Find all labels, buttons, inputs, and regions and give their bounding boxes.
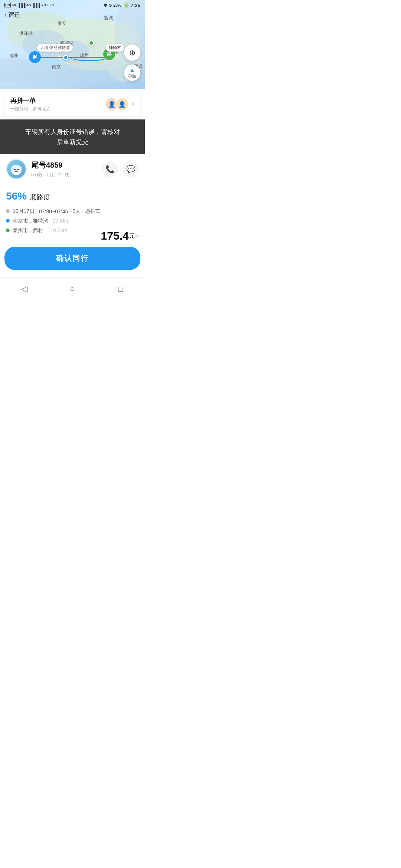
nav-arrow-icon: ▲ xyxy=(129,67,135,73)
battery-icon: 🔋 xyxy=(123,2,129,8)
avatars-stack: 👤 👤 xyxy=(105,98,129,111)
error-line-2: 后重新提交 xyxy=(9,137,136,147)
trip-count: 11 xyxy=(58,172,63,177)
error-line-1: 车辆所有人身份证号错误，请核对 xyxy=(9,127,136,137)
bluetooth-icon: ✱ xyxy=(104,3,107,8)
signal-bars: ▐▐▐ xyxy=(17,3,25,7)
svg-point-5 xyxy=(17,169,19,170)
signal-bars-2: ▐▐▐ xyxy=(32,3,40,7)
label-yancheng: 盐城 xyxy=(104,15,113,21)
phone-button[interactable]: 📞 xyxy=(102,161,118,177)
nav-home-button[interactable]: ○ xyxy=(61,282,84,296)
origin-name: 南京市...雅特湾 xyxy=(13,218,48,224)
carpool-label: 愿拼车 xyxy=(85,208,101,215)
yangtze-river xyxy=(0,59,145,82)
dest-name: 泰州市...师村 xyxy=(13,227,43,234)
trip-unit: 次 xyxy=(65,172,69,177)
location-icon: ⊙ xyxy=(108,3,112,8)
dot-origin xyxy=(6,219,10,223)
label-nanjing: 南京 xyxy=(52,64,61,70)
svg-point-6 xyxy=(16,170,17,171)
waypoint-dot xyxy=(88,40,94,46)
hd-icon: HD xyxy=(4,3,11,7)
back-label: 宿迁 xyxy=(8,11,20,19)
label-hongze: 洪泽湖 xyxy=(19,30,33,37)
start-label: 起 xyxy=(33,54,38,60)
svg-point-4 xyxy=(14,169,16,170)
nav-home-icon: ○ xyxy=(70,284,75,294)
detour-section: 56% 顺路度 xyxy=(0,184,145,205)
pool-card[interactable]: 再拼一单 一趟行程，多份收入 👤 👤 > xyxy=(4,92,140,116)
passenger-name: 尾号4859 xyxy=(31,160,97,170)
trips-label: 出行 xyxy=(47,172,56,177)
pool-card-right: 👤 👤 > xyxy=(105,98,134,111)
passenger-avatar xyxy=(6,159,27,180)
trip-people: 2人 xyxy=(72,208,81,215)
start-marker: 起 xyxy=(29,51,41,63)
back-button[interactable]: ‹ 宿迁 xyxy=(4,11,20,19)
navigation-button[interactable]: ▲ 导航 xyxy=(124,65,140,81)
phone-icon: 📞 xyxy=(105,165,115,174)
nav-back-button[interactable]: ◁ xyxy=(13,282,35,296)
trip-time: 07:30~07:45 xyxy=(39,208,68,214)
nav-back-icon: ◁ xyxy=(21,284,27,294)
origin-dist: 10.8km xyxy=(53,218,70,224)
price-arrow-icon: > xyxy=(136,233,139,239)
confirm-button[interactable]: 确认同行 xyxy=(4,247,140,270)
trip-date-content: 10月17日 · 07:30~07:45 · 2人 · 愿拼车 xyxy=(13,208,101,215)
back-arrow-icon: ‹ xyxy=(4,11,7,19)
trip-origin-row: 南京市...雅特湾 10.8km xyxy=(6,218,139,224)
separator-2: · xyxy=(69,208,71,214)
signal-4g-2: 4G xyxy=(26,3,31,7)
pool-card-subtitle: 一趟行程，多份收入 xyxy=(10,106,50,112)
map-area: 淮安 盐城 洪泽湖 高邮湖 扬州 泰州 滁州 南京 南通 起 终 大地·伊丽雅特… xyxy=(0,0,145,89)
pool-card-title: 再拼一单 xyxy=(10,96,50,105)
separator-3: · xyxy=(82,208,84,214)
action-buttons: 📞 💬 xyxy=(102,161,139,177)
detour-label: 顺路度 xyxy=(30,194,50,201)
passenger-info: 尾号4859 5.0分 · 出行 11 次 xyxy=(31,160,97,178)
passenger-avatar-inner xyxy=(7,160,26,178)
status-right: ✱ ⊙ 23% 🔋 7:25 xyxy=(104,2,140,8)
label-huaian: 淮安 xyxy=(58,20,66,27)
error-toast: 车辆所有人身份证号错误，请核对 后重新提交 xyxy=(0,119,145,154)
passenger-card: 尾号4859 5.0分 · 出行 11 次 📞 💬 xyxy=(0,154,145,184)
chevron-right-icon: > xyxy=(131,101,134,108)
trip-date: 10月17日 xyxy=(13,208,35,215)
price-unit: 元 xyxy=(129,232,135,240)
price-amount: 175.4 xyxy=(101,230,129,242)
dot-date xyxy=(6,209,10,213)
end-label: 终 xyxy=(107,51,112,57)
bottom-nav: ◁ ○ □ xyxy=(0,277,145,299)
avatar-2: 👤 xyxy=(115,98,129,111)
signal-4g-1: 4G xyxy=(12,3,16,7)
location-crosshair-icon: ⊕ xyxy=(129,48,136,57)
route-dot-1 xyxy=(63,55,68,60)
passenger-meta: 5.0分 · 出行 11 次 xyxy=(31,171,97,178)
detour-percent: 56% xyxy=(6,190,27,202)
separator-dot: · xyxy=(44,172,47,177)
nav-recents-button[interactable]: □ xyxy=(110,282,132,296)
place-bubble-2: 禅师村 xyxy=(106,44,124,52)
time-label: 7:25 xyxy=(131,3,140,8)
route-curve xyxy=(71,54,108,61)
message-icon: 💬 xyxy=(126,165,136,174)
status-left: HD 4G ▐▐▐ 4G ▐▐▐ ▾ 3.4 K/s xyxy=(4,3,55,7)
svg-point-1 xyxy=(12,165,21,174)
pool-card-info: 再拼一单 一趟行程，多份收入 xyxy=(10,96,50,112)
location-button[interactable]: ⊕ xyxy=(124,45,140,61)
status-bar: HD 4G ▐▐▐ 4G ▐▐▐ ▾ 3.4 K/s ✱ ⊙ 23% 🔋 7:2… xyxy=(0,0,145,10)
rating-label: 5.0分 xyxy=(31,172,43,177)
separator-1: · xyxy=(36,208,38,214)
place-bubble-1: 大地·伊丽雅特湾 xyxy=(37,44,73,52)
label-chuzhou: 滁州 xyxy=(10,53,19,59)
nav-label: 导航 xyxy=(128,73,136,79)
nav-recents-icon: □ xyxy=(118,284,123,294)
trip-date-row: 10月17日 · 07:30~07:45 · 2人 · 愿拼车 xyxy=(6,208,139,215)
speed-label: 3.4 K/s xyxy=(44,3,55,7)
message-button[interactable]: 💬 xyxy=(123,161,139,177)
wifi-icon: ▾ xyxy=(41,3,43,7)
cat-avatar-svg xyxy=(9,162,24,177)
dest-dist: 110.6km xyxy=(48,227,68,233)
battery-label: 23% xyxy=(113,3,121,7)
